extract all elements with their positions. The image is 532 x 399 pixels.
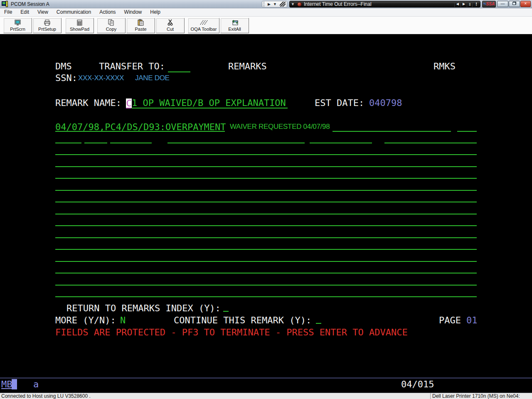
pause-button[interactable]: || [467, 1, 472, 7]
paste-icon [137, 19, 144, 26]
field-underline [55, 237, 477, 238]
field-underline [168, 71, 190, 72]
field-underline [110, 143, 152, 143]
document-title: Internet Time Out Errors--Final [304, 1, 454, 7]
restore-button[interactable] [509, 1, 520, 7]
toolbar-button-label: PrtSetup [38, 26, 56, 32]
field-underline [55, 261, 477, 262]
field-underline [55, 202, 477, 202]
nav-forward-button[interactable]: ▶ [461, 1, 467, 7]
titlebar-toolbar-group: ▶ ▼ [262, 1, 287, 7]
menu-bar: File Edit View Communication Actions Win… [0, 8, 532, 17]
menu-edit[interactable]: Edit [16, 8, 33, 16]
protected-fields-message: FIELDS ARE PROTECTED - PF3 TO TERMINATE … [55, 328, 408, 337]
field-underline [310, 143, 372, 143]
oqa-hatch-icon[interactable] [280, 2, 286, 7]
app-icon [2, 1, 8, 7]
page-number: 01 [466, 315, 478, 325]
field-underline [55, 190, 477, 191]
printer-setup-icon [44, 19, 51, 26]
toolbar-button-label: ShowPad [70, 26, 89, 32]
strip-dropdown-chevron[interactable]: ▼ [290, 1, 296, 7]
toolbar-button-label: Paste [135, 26, 146, 32]
exitall-button[interactable]: ExitAll [220, 18, 249, 33]
menu-view[interactable]: View [33, 8, 52, 16]
menu-window[interactable]: Window [120, 8, 146, 16]
page-label: PAGE [439, 315, 461, 325]
globe-icon [297, 2, 302, 7]
cut-button[interactable]: Cut [156, 18, 185, 33]
alert-button[interactable]: ! [472, 1, 480, 7]
prtscrn-button[interactable]: PrtScrn [3, 18, 32, 33]
oqa-toolbar-button[interactable]: OQA Toolbar [188, 18, 219, 33]
field-underline [55, 166, 477, 167]
field-underline [84, 143, 107, 143]
button-toolbar: PrtScrn PrtSetup ShowPad Copy Paste [0, 17, 532, 35]
field-underline [55, 285, 477, 286]
field-underline [384, 143, 477, 143]
toolbar-button-label: PrtScrn [10, 26, 25, 32]
toolbar-button-label: Cut [167, 26, 174, 32]
oia-separator [0, 378, 532, 378]
field-underline [55, 154, 477, 155]
play-macro-button[interactable]: ▶ [266, 1, 272, 7]
toolbar-button-label: ExitAll [228, 26, 241, 32]
field-underline [55, 178, 477, 179]
print-screen-icon [14, 19, 21, 26]
document-title-strip: ▼ Internet Time Out Errors--Final ◀ ▶ ||… [289, 1, 480, 7]
field-underline [167, 143, 305, 143]
scissors-icon [167, 19, 174, 26]
minimize-button[interactable]: — [497, 1, 508, 7]
copy-icon [108, 19, 115, 26]
field-underline [55, 214, 477, 214]
showpad-button[interactable]: ShowPad [65, 18, 94, 33]
pcom-window: PCOM Session A ▶ ▼ ▼ Internet Time Out E… [0, 0, 532, 399]
field-underline [55, 296, 477, 297]
field-underline [332, 131, 451, 132]
cursor-position-indicator: 04/015 [401, 379, 434, 389]
oia-session-letter: a [33, 379, 39, 389]
field-underline [55, 273, 477, 273]
keypad-icon [76, 19, 83, 26]
field-underline [55, 225, 477, 226]
copy-button[interactable]: Copy [97, 18, 126, 33]
menu-help[interactable]: Help [146, 8, 165, 16]
more-label: MORE (Y/N): [55, 315, 116, 325]
macro-dropdown-chevron[interactable]: ▼ [272, 1, 278, 7]
oia-indicator-block [12, 379, 17, 389]
oia-status: MB [1, 379, 12, 389]
connection-status: Connected to Host using LU V3528600 . [1, 393, 91, 399]
field-underline [132, 108, 288, 108]
field-underline [223, 311, 229, 312]
return-index-label: RETURN TO REMARKS INDEX (Y): [66, 303, 221, 313]
more-value[interactable]: N [120, 315, 126, 325]
continue-remark-label: CONTINUE THIS REMARK (Y): [174, 315, 311, 325]
exit-window-icon [231, 19, 239, 26]
window-title: PCOM Session A [11, 1, 49, 7]
close-button[interactable]: × [520, 1, 531, 7]
restore-icon [512, 2, 516, 5]
field-underline [457, 131, 477, 132]
menu-actions[interactable]: Actions [95, 8, 120, 16]
ssa-logo: ↷SSA [482, 1, 496, 7]
toolbar-grip-handle[interactable] [264, 2, 265, 7]
remark-field-lines [0, 35, 532, 393]
nav-back-button[interactable]: ◀ [454, 1, 461, 7]
field-underline [55, 249, 477, 250]
paste-button[interactable]: Paste [126, 18, 155, 33]
terminal-screen[interactable]: DMS TRANSFER TO: REMARKS RMKS SSN: XXX-X… [0, 35, 532, 393]
toolbar-button-label: OQA Toolbar [191, 26, 217, 32]
field-underline [55, 143, 81, 143]
menu-file[interactable]: File [0, 8, 16, 16]
status-bar: Connected to Host using LU V3528600 . De… [0, 393, 532, 399]
menu-communication[interactable]: Communication [52, 8, 95, 16]
title-bar[interactable]: PCOM Session A ▶ ▼ ▼ Internet Time Out E… [0, 0, 532, 8]
field-underline [55, 131, 225, 132]
toolbar-button-label: Copy [106, 26, 117, 32]
hatch-icon [200, 19, 208, 26]
printer-status: Dell Laser Printer 1710n (MS) on Ne04: [430, 393, 532, 399]
field-underline [316, 323, 321, 324]
prtsetup-button[interactable]: PrtSetup [33, 18, 62, 33]
